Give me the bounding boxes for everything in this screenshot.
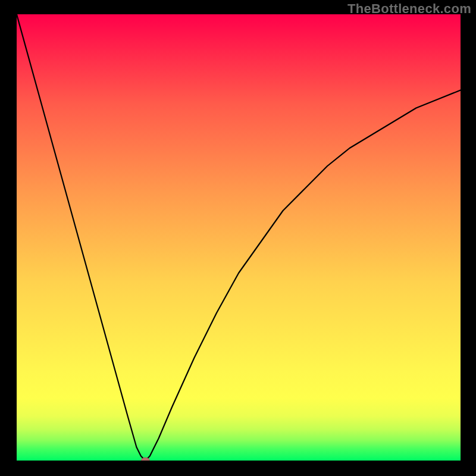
gradient-background [17, 14, 461, 461]
chart-svg [17, 14, 461, 461]
plot-area [17, 14, 461, 461]
chart-frame: TheBottleneck.com [0, 0, 476, 476]
watermark-text: TheBottleneck.com [347, 1, 471, 17]
